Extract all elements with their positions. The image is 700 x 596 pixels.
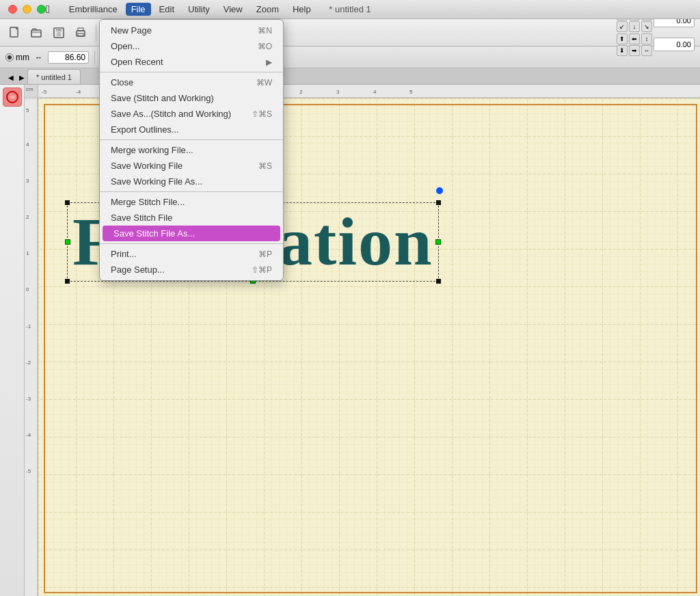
menu-zoom[interactable]: Zoom [251,3,284,16]
menu-save-stitch[interactable]: Save Stitch File [100,210,283,226]
menu-sep-1 [100,72,283,72]
menu-edit[interactable]: Edit [154,3,180,16]
menu-page-setup-shortcut: ⇧⌘P [252,265,272,275]
menu-file[interactable]: File [126,3,151,16]
menu-page-setup[interactable]: Page Setup... ⇧⌘P [100,262,283,277]
menu-merge-stitch[interactable]: Merge Stitch File... [100,194,283,210]
menu-open-recent-label: Open Recent [111,57,163,67]
menu-merge-working[interactable]: Merge working File... [100,142,283,158]
menu-sep-3 [100,191,283,192]
menu-sep-2 [100,139,283,140]
menu-save-stitch-working-label: Save (Stitch and Working) [111,93,214,103]
menu-save-stitch-as-label: Save Stitch File As... [113,228,195,239]
menu-save-as-stitch-working-shortcut: ⇧⌘S [252,109,272,119]
apple-logo:  [46,3,50,16]
menu-print-shortcut: ⌘P [258,249,272,259]
maximize-button[interactable] [37,5,46,14]
minimize-button[interactable] [23,5,31,14]
menu-save-stitch-label: Save Stitch File [111,213,172,223]
menu-save-working[interactable]: Save Working File ⌘S [100,158,283,174]
menu-open-shortcut: ⌘O [258,42,272,51]
menu-save-stitch-working[interactable]: Save (Stitch and Working) [100,90,283,106]
menu-print-label: Print... [111,249,137,259]
menu-export-outlines-label: Export Outlines... [111,124,179,135]
menu-new-page-label: New Page [111,25,152,36]
menu-bar: Embrilliance File Edit Utility View Zoom… [64,3,317,16]
menu-save-working-as-label: Save Working File As... [111,176,202,187]
menu-save-stitch-as[interactable]: Save Stitch File As... [103,226,280,241]
close-button[interactable] [8,5,17,14]
title-bar:  Embrilliance File Edit Utility View Zo… [0,0,700,19]
menu-save-as-stitch-working[interactable]: Save As...(Stitch and Working) ⇧⌘S [100,106,283,122]
menu-close-shortcut: ⌘W [256,78,272,87]
menu-page-setup-label: Page Setup... [111,265,165,275]
menu-embrilliance[interactable]: Embrilliance [64,3,123,16]
menu-new-page-shortcut: ⌘N [258,26,272,36]
menu-close[interactable]: Close ⌘W [100,74,283,90]
menu-print[interactable]: Print... ⌘P [100,246,283,262]
menu-save-as-stitch-working-label: Save As...(Stitch and Working) [111,109,231,119]
menu-open-label: Open... [111,41,140,51]
menu-merge-working-label: Merge working File... [111,145,193,155]
menu-new-page[interactable]: New Page ⌘N [100,23,283,38]
menu-utility[interactable]: Utility [183,3,215,16]
menu-view[interactable]: View [218,3,248,16]
menu-save-working-as[interactable]: Save Working File As... [100,174,283,189]
menu-help[interactable]: Help [287,3,317,16]
menu-close-label: Close [111,77,133,87]
menu-save-working-shortcut: ⌘S [258,161,272,171]
menu-merge-stitch-label: Merge Stitch File... [111,197,185,207]
window-title: * untitled 1 [329,4,371,14]
file-dropdown-menu: New Page ⌘N Open... ⌘O Open Recent ▶ Clo… [99,19,284,281]
menu-overlay[interactable]: New Page ⌘N Open... ⌘O Open Recent ▶ Clo… [0,19,700,596]
menu-export-outlines[interactable]: Export Outlines... [100,122,283,137]
menu-sep-4 [100,243,283,244]
menu-open-recent-shortcut: ▶ [266,57,272,67]
menu-save-working-label: Save Working File [111,161,183,171]
menu-open[interactable]: Open... ⌘O [100,38,283,54]
menu-open-recent[interactable]: Open Recent ▶ [100,54,283,70]
traffic-lights [8,5,46,14]
